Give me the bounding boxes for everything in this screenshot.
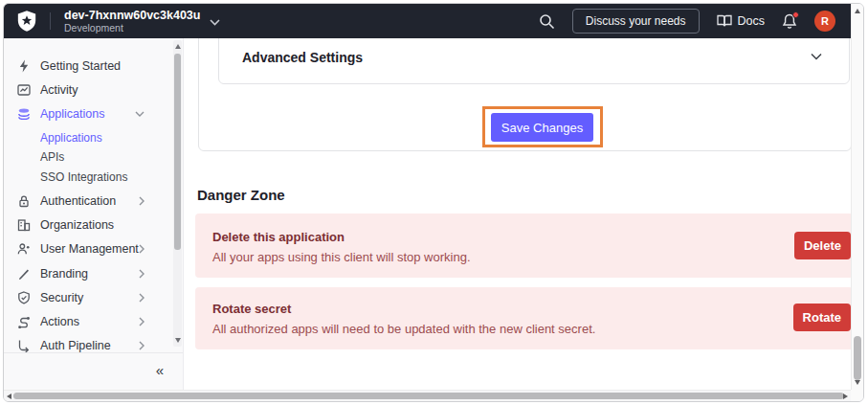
sidebar-item-label: Security (40, 291, 83, 304)
search-icon[interactable] (539, 13, 555, 30)
docs-link[interactable]: Docs (717, 14, 765, 28)
rotate-secret-panel: Rotate secret All authorized apps will n… (195, 287, 851, 349)
chevron-right-icon (139, 341, 145, 350)
chevron-right-icon (139, 196, 145, 206)
sidebar-subitem-apis[interactable]: APIs (4, 147, 173, 167)
sidebar-item-label: Applications (40, 131, 102, 145)
sidebar-item-applications-group[interactable]: Applications (4, 104, 173, 124)
chevron-down-icon (135, 111, 145, 117)
pipeline-icon (17, 339, 31, 352)
sidebar: Getting Started Activity Applications (4, 38, 184, 390)
chevron-right-icon (139, 269, 145, 279)
delete-application-panel: Delete this application All your apps us… (195, 214, 851, 278)
rotate-button[interactable]: Rotate (793, 304, 851, 331)
discuss-your-needs-button[interactable]: Discuss your needs (572, 9, 700, 34)
activity-icon (17, 83, 31, 97)
sidebar-item-actions[interactable]: Actions (4, 312, 173, 331)
sidebar-item-label: SSO Integrations (40, 170, 127, 184)
brush-icon (17, 267, 31, 281)
sidebar-item-label: Branding (40, 267, 88, 281)
chevron-right-icon (139, 317, 145, 326)
vertical-scrollbar-thumb[interactable] (854, 336, 861, 380)
actions-icon (17, 315, 31, 328)
sidebar-item-auth-pipeline[interactable]: Auth Pipeline (4, 336, 173, 352)
scroll-left-arrow-icon[interactable] (7, 394, 11, 399)
panel-title: Rotate secret (212, 302, 291, 316)
delete-button[interactable]: Delete (794, 232, 851, 259)
scroll-up-arrow-icon[interactable] (855, 9, 860, 13)
sidebar-subitem-sso-integrations[interactable]: SSO Integrations (4, 168, 173, 187)
shield-check-icon (17, 291, 31, 304)
sidebar-scrollbar[interactable] (173, 40, 182, 347)
advanced-settings-accordion[interactable]: Advanced Settings (218, 38, 850, 84)
sidebar-collapse-button[interactable]: « (156, 362, 164, 378)
sidebar-item-user-management[interactable]: User Management (4, 239, 173, 259)
user-icon (17, 242, 31, 256)
chevron-down-icon[interactable] (210, 19, 220, 26)
chevron-down-icon[interactable] (811, 53, 822, 60)
tenant-environment: Development (64, 22, 200, 34)
scroll-down-arrow-icon[interactable] (855, 380, 860, 385)
page-vertical-scrollbar[interactable] (851, 4, 863, 390)
tenant-name: dev-7hxnnw60vc3k403u (64, 9, 200, 22)
bolt-icon (17, 59, 31, 73)
sidebar-scroll-area: Getting Started Activity Applications (4, 38, 183, 352)
lock-icon (17, 194, 31, 208)
scrollbar-corner (851, 390, 863, 401)
settings-card: Advanced Settings Save Changes (198, 38, 851, 151)
topbar-divider (50, 12, 51, 30)
user-avatar[interactable]: R (814, 11, 835, 32)
sidebar-item-getting-started[interactable]: Getting Started (4, 56, 173, 76)
scroll-up-arrow-icon[interactable] (175, 44, 181, 49)
main-content: Advanced Settings Save Changes Danger Zo… (184, 38, 851, 390)
sidebar-item-branding[interactable]: Branding (4, 264, 173, 283)
chevron-right-icon (139, 244, 145, 254)
panel-description: All your apps using this client will sto… (212, 250, 471, 264)
book-icon (717, 14, 732, 28)
top-navigation-bar: dev-7hxnnw60vc3k403u Development Discuss… (4, 4, 851, 38)
sidebar-item-label: Activity (40, 83, 78, 97)
auth0-dashboard: dev-7hxnnw60vc3k403u Development Discuss… (4, 4, 851, 390)
sidebar-item-label: APIs (40, 150, 64, 164)
scroll-right-arrow-icon[interactable] (843, 394, 848, 399)
sidebar-item-label: Applications (40, 107, 104, 121)
sidebar-item-label: User Management (40, 242, 139, 256)
browser-window: dev-7hxnnw60vc3k403u Development Discuss… (3, 3, 864, 402)
danger-zone-title: Danger Zone (197, 187, 285, 203)
sidebar-scrollbar-thumb[interactable] (174, 54, 181, 250)
sidebar-item-authentication[interactable]: Authentication (4, 191, 173, 211)
scroll-down-arrow-icon[interactable] (175, 338, 181, 343)
sidebar-subitem-applications[interactable]: Applications (4, 128, 173, 147)
sidebar-item-label: Authentication (40, 194, 116, 208)
chevron-right-icon (139, 293, 145, 303)
page-horizontal-scrollbar[interactable] (4, 390, 851, 401)
docs-label: Docs (738, 14, 765, 28)
notifications-bell-icon[interactable] (782, 13, 797, 30)
sidebar-item-label: Getting Started (40, 59, 121, 73)
sidebar-item-label: Actions (40, 315, 79, 328)
tenant-switcher[interactable]: dev-7hxnnw60vc3k403u Development (64, 9, 200, 34)
sidebar-footer: « (4, 352, 183, 390)
sidebar-item-organizations[interactable]: Organizations (4, 215, 173, 235)
panel-description: All authorized apps will need to be upda… (212, 322, 595, 336)
sidebar-item-label: Organizations (40, 218, 114, 232)
annotation-highlight-box (482, 106, 603, 147)
sidebar-item-label: Auth Pipeline (40, 339, 111, 352)
sidebar-item-activity[interactable]: Activity (4, 80, 173, 100)
applications-icon (17, 107, 31, 121)
auth0-logo-icon[interactable] (17, 11, 36, 32)
sidebar-item-security[interactable]: Security (4, 288, 173, 307)
advanced-settings-label: Advanced Settings (242, 50, 363, 65)
panel-title: Delete this application (212, 230, 345, 244)
organization-icon (17, 218, 31, 232)
horizontal-scrollbar-thumb[interactable] (13, 393, 844, 399)
notification-dot (792, 11, 799, 18)
